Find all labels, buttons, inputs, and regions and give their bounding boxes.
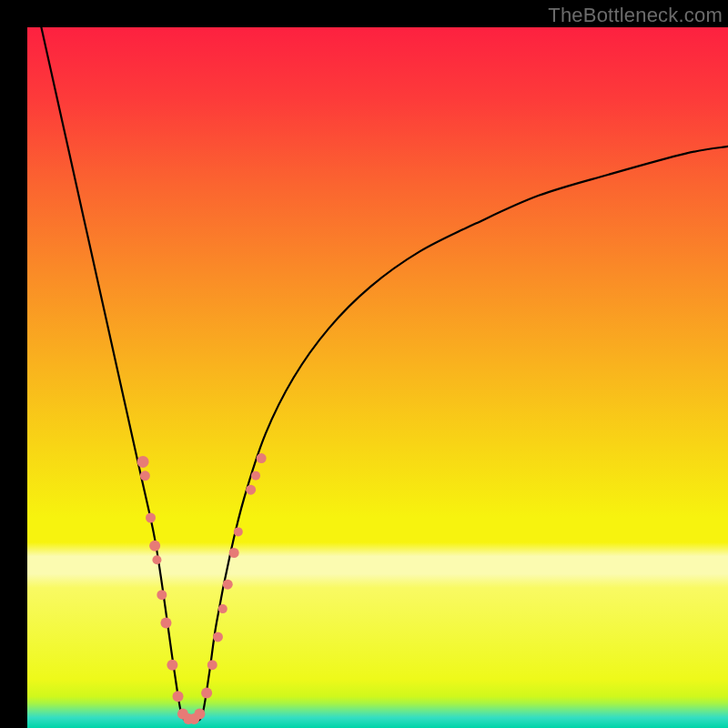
- data-point: [234, 527, 243, 536]
- chart-frame: TheBottleneck.com: [0, 0, 728, 728]
- data-point: [146, 513, 156, 523]
- data-point: [207, 660, 217, 670]
- data-point: [160, 618, 171, 629]
- data-point: [152, 555, 161, 564]
- watermark-text: TheBottleneck.com: [548, 4, 723, 27]
- bottleneck-curve: [41, 27, 728, 722]
- plot-area: [27, 27, 728, 728]
- data-point: [167, 660, 177, 671]
- curve-layer: [27, 27, 728, 728]
- data-point: [173, 691, 184, 702]
- data-point: [137, 456, 149, 468]
- data-point: [213, 632, 223, 642]
- data-points: [137, 453, 267, 724]
- data-point: [194, 709, 205, 720]
- data-point: [246, 485, 256, 495]
- data-point: [149, 541, 160, 551]
- data-point: [257, 453, 267, 463]
- data-point: [157, 590, 167, 600]
- data-point: [223, 580, 233, 590]
- data-point: [218, 604, 228, 613]
- data-point: [140, 470, 150, 480]
- data-point: [229, 548, 239, 558]
- data-point: [251, 471, 260, 480]
- data-point: [201, 688, 212, 699]
